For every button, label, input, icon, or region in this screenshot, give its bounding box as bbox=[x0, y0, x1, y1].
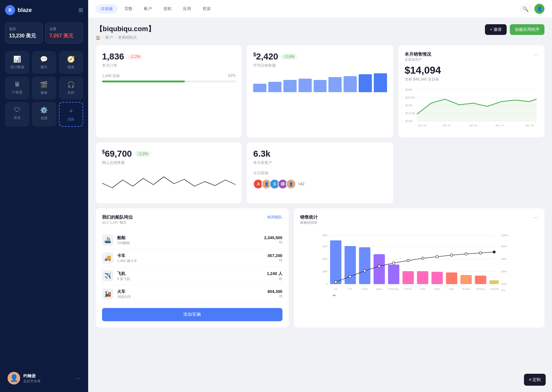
svg-text:Spain: Spain bbox=[434, 288, 440, 290]
train-count: 36路列车 bbox=[117, 294, 268, 299]
truck-name: 卡车 bbox=[117, 253, 268, 259]
progress-pct: 62% bbox=[228, 73, 236, 79]
orders-label: 本月订单 bbox=[102, 63, 236, 68]
breadcrumb: 🏠 › 帐户 › 奥弗维耶夫 bbox=[96, 35, 155, 40]
bar-China bbox=[359, 247, 370, 284]
bar-7 bbox=[344, 76, 357, 92]
train-name: 火车 bbox=[117, 289, 268, 294]
logo: B blaze bbox=[5, 5, 32, 15]
hero-avatar-5: 👤 bbox=[286, 179, 296, 189]
bar-Germany bbox=[388, 265, 399, 284]
tab-resources[interactable]: 资源 bbox=[197, 4, 216, 14]
main: 仪表板 页数 帐户 授权 应用 资源 🔍 👤 【biqubiqu.com】 🏠 … bbox=[88, 0, 552, 392]
ship-name: 船舶 bbox=[117, 235, 264, 241]
bar-Spain bbox=[431, 272, 443, 284]
sidebar-item-add[interactable]: + 添新 bbox=[59, 102, 83, 127]
bar-Japan bbox=[373, 254, 385, 284]
search-button[interactable]: 🔍 bbox=[521, 4, 531, 14]
sidebar-item-security[interactable]: 🛡 安全 bbox=[5, 102, 29, 127]
monthly-sales-menu-icon[interactable]: ⋯ bbox=[533, 52, 538, 58]
breadcrumb-detail: 奥弗维耶夫 bbox=[118, 35, 137, 40]
media-label: 媒体 bbox=[41, 90, 48, 95]
sales-bar-chart: 800 600 400 200 0 bbox=[300, 230, 538, 305]
bar-US bbox=[330, 240, 341, 284]
sales-stats-header: 销售统计 最畅销国家 ⋯ bbox=[300, 215, 538, 229]
customize-button[interactable]: ≡ 定制 bbox=[524, 374, 546, 386]
ship-info: 船舶 234艘舰 bbox=[117, 235, 264, 245]
page-title: 【biqubiqu.com】 bbox=[96, 24, 155, 34]
support-label: 支持 bbox=[67, 90, 74, 95]
avg-sales-badge: ↑2.6% bbox=[281, 54, 297, 59]
tab-auth[interactable]: 授权 bbox=[158, 4, 177, 14]
plane-value: 1,240 人 吨 bbox=[267, 271, 282, 281]
wavy-chart bbox=[102, 171, 236, 196]
sidebar-user: 👤 约翰逊 反应开发者 ⋯ bbox=[5, 369, 83, 387]
user-profile-button[interactable]: 👤 bbox=[534, 4, 544, 14]
breadcrumb-home: 🏠 bbox=[96, 36, 100, 40]
plane-amount: 1,240 人 bbox=[267, 271, 282, 277]
breadcrumb-accounts: 帐户 bbox=[105, 35, 113, 40]
security-icon: 🛡 bbox=[14, 106, 20, 114]
svg-text:800: 800 bbox=[322, 234, 327, 237]
fleet-title-section: 我们的船队吨位 总计 1,247 辆车 bbox=[102, 215, 133, 230]
line-dot-UK bbox=[349, 275, 351, 278]
sidebar-item-support[interactable]: 🎧 支持 bbox=[59, 76, 83, 99]
monthly-sales-header: 本月销售情况 全渠道用户 ⋯ bbox=[405, 52, 538, 62]
svg-text:0: 0 bbox=[326, 283, 327, 286]
svg-text:600: 600 bbox=[322, 245, 327, 248]
expense-value: 7,057 美元 bbox=[49, 33, 79, 39]
ship-amount: 2,345,500 bbox=[264, 235, 282, 240]
create-app-button[interactable]: 创建应用程序 bbox=[510, 24, 544, 35]
fleet-link[interactable]: 检阅舰队 bbox=[267, 215, 282, 220]
sales-stats-card: 销售统计 最畅销国家 ⋯ 800 600 400 200 0 bbox=[294, 208, 544, 328]
invite-button[interactable]: + 邀请 bbox=[485, 24, 507, 35]
fleet-card: 我们的船队吨位 总计 1,247 辆车 检阅舰队 🚢 船舶 234艘舰 2,34… bbox=[96, 208, 289, 328]
add-icon: + bbox=[69, 107, 73, 115]
bottom-row: 我们的船队吨位 总计 1,247 辆车 检阅舰队 🚢 船舶 234艘舰 2,34… bbox=[96, 208, 544, 328]
tab-accounts[interactable]: 帐户 bbox=[139, 4, 157, 14]
svg-text:0%: 0% bbox=[501, 289, 505, 292]
tab-dashboard[interactable]: 仪表板 bbox=[96, 4, 118, 14]
tab-apps[interactable]: 应用 bbox=[178, 4, 196, 14]
nav-grid: 📊 统计数据 💬 聊天 🧭 指南 🖩 计算器 🎬 媒体 🎧 支持 🛡 安全 ⚙ bbox=[5, 51, 83, 127]
truck-amount: 457,200 bbox=[268, 253, 282, 258]
plane-icon: ✈️ bbox=[102, 270, 113, 282]
avatar: 👤 bbox=[8, 372, 20, 384]
line-dot-Germany bbox=[392, 262, 395, 264]
sidebar-item-settings[interactable]: ⚙️ 设置 bbox=[32, 102, 56, 127]
svg-text:Japan: Japan bbox=[376, 288, 383, 290]
orders-card: 1,836 ↓2.2% 本月订单 1,048 目标 62% bbox=[96, 45, 242, 137]
avg-sales-label: 平均日销售额 bbox=[253, 63, 387, 68]
sidebar-item-guide[interactable]: 🧭 指南 bbox=[59, 51, 83, 74]
sidebar-item-calculator[interactable]: 🖩 计算器 bbox=[5, 76, 29, 99]
bar-Russia bbox=[460, 275, 472, 284]
user-menu-icon[interactable]: ⋯ bbox=[76, 375, 81, 381]
sidebar: B blaze ⊞ 预算 13,230 美元 花费 7,057 美元 📊 统计数… bbox=[0, 0, 88, 392]
online-sales-label: 网上总销售额 bbox=[102, 160, 236, 165]
bar-India bbox=[417, 271, 428, 284]
sidebar-item-media[interactable]: 🎬 媒体 bbox=[32, 76, 56, 99]
line-dot-Japan bbox=[378, 265, 380, 267]
sales-stats-menu-icon[interactable]: ⋯ bbox=[533, 215, 538, 221]
line-dot-Spain bbox=[436, 255, 438, 258]
guide-icon: 🧭 bbox=[67, 55, 75, 63]
ship-unit: 吨 bbox=[264, 240, 282, 245]
add-vehicle-button[interactable]: 添加车辆 bbox=[102, 308, 282, 321]
svg-text:France: France bbox=[404, 288, 412, 290]
sidebar-settings-icon[interactable]: ⊞ bbox=[78, 7, 83, 14]
new-customers-value: 6.3k bbox=[253, 149, 270, 159]
orders-badge: ↓2.2% bbox=[127, 54, 143, 59]
chat-label: 聊天 bbox=[41, 65, 48, 70]
svg-text:$20.5K: $20.5K bbox=[405, 96, 415, 99]
settings-label: 设置 bbox=[41, 116, 48, 120]
line-dot-France bbox=[407, 259, 409, 262]
sidebar-item-stats[interactable]: 📊 统计数据 bbox=[5, 51, 29, 74]
tab-pages[interactable]: 页数 bbox=[119, 4, 138, 14]
bar-3 bbox=[283, 80, 297, 92]
sidebar-item-chat[interactable]: 💬 聊天 bbox=[32, 51, 56, 74]
topnav-tabs: 仪表板 页数 帐户 授权 应用 资源 bbox=[96, 4, 216, 14]
budget-value: 13,230 美元 bbox=[9, 33, 39, 39]
sales-stats-title: 销售统计 bbox=[300, 215, 318, 220]
bar-5 bbox=[314, 80, 327, 92]
svg-text:400: 400 bbox=[322, 257, 327, 260]
